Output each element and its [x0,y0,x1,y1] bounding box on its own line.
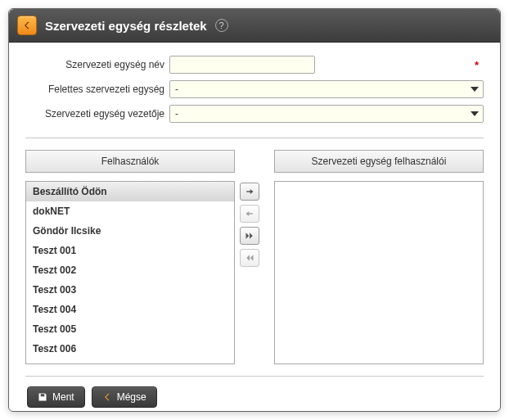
cancel-button[interactable]: Mégse [92,386,157,408]
list-item[interactable]: dokNET [26,201,234,221]
move-all-left-button[interactable] [240,249,259,267]
assigned-users-list[interactable] [274,181,484,364]
save-button[interactable]: Ment [27,386,85,408]
list-item[interactable]: Teszt 005 [26,319,234,339]
leader-select[interactable]: - [169,105,484,123]
list-item[interactable]: Teszt 001 [26,241,234,260]
list-item[interactable]: Göndör Ilcsike [26,221,234,241]
label-leader: Szervezeti egység vezetője [25,108,164,120]
name-input[interactable] [169,56,315,74]
shuttle-buttons [240,181,269,267]
double-arrow-left-icon [245,253,254,263]
arrow-right-icon [245,187,254,196]
row-name: Szervezeti egység név * [25,56,484,74]
help-icon[interactable]: ? [215,19,228,32]
right-list-header: Szervezeti egység felhasználói [274,150,484,173]
parent-select-value: - [175,84,178,95]
move-left-button[interactable] [240,205,259,223]
cancel-button-label: Mégse [117,391,146,403]
list-item[interactable]: Teszt 004 [26,300,234,319]
dialog-title: Szervezeti egység részletek [45,19,207,33]
left-list-header: Felhasználók [25,150,235,173]
move-right-button[interactable] [240,183,259,201]
list-item[interactable]: Beszállító Ödön [26,182,234,201]
chevron-left-icon [22,20,32,30]
row-leader: Szervezeti egység vezetője - [25,105,484,123]
arrow-left-icon [245,209,254,219]
caret-down-icon [471,87,479,92]
list-item[interactable]: Teszt 006 [26,339,234,359]
double-arrow-right-icon [245,231,254,241]
row-parent: Felettes szervezeti egység - [25,80,484,98]
content: Szervezeti egység név * Felettes szervez… [9,43,500,412]
footer: Ment Mégse [25,376,484,408]
label-name: Szervezeti egység név [25,59,164,70]
leader-select-value: - [175,108,178,120]
org-unit-details-dialog: Szervezeti egység részletek ? Szervezeti… [8,8,501,412]
chevron-left-icon [102,392,112,402]
name-input-wrap: * [169,56,484,74]
save-icon [38,392,47,402]
titlebar: Szervezeti egység részletek ? [9,9,500,43]
list-item[interactable]: Teszt 002 [26,260,234,280]
separator [25,138,484,138]
label-parent: Felettes szervezeti egység [25,84,164,95]
required-star-icon: * [475,59,479,71]
dual-list: Felhasználók Szervezeti egység felhaszná… [25,150,484,364]
back-button[interactable] [17,16,37,35]
save-button-label: Ment [52,391,74,403]
parent-select[interactable]: - [169,80,484,98]
move-all-right-button[interactable] [240,227,259,245]
caret-down-icon [471,111,479,116]
list-item[interactable]: Teszt 003 [26,280,234,300]
available-users-list[interactable]: Beszállító ÖdöndokNETGöndör IlcsikeTeszt… [25,181,235,364]
